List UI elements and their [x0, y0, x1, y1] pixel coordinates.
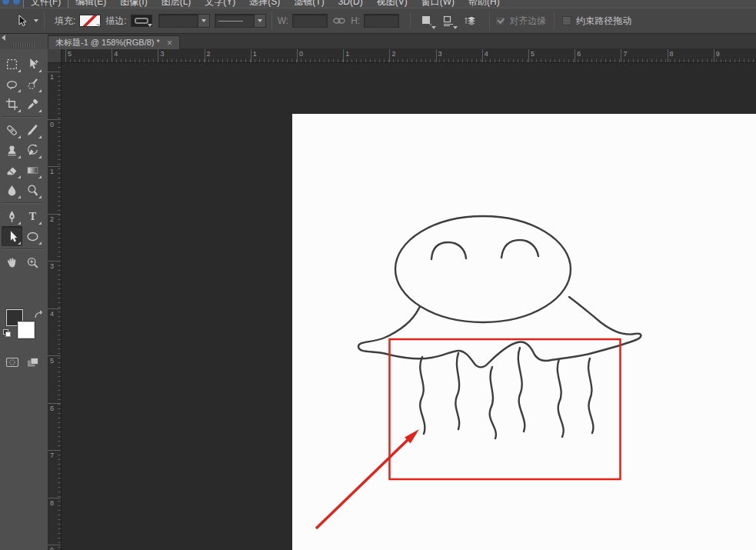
rectangular-marquee-tool[interactable] [2, 54, 22, 74]
background-color-swatch[interactable] [18, 322, 35, 338]
tool-preset-caret[interactable] [34, 19, 38, 22]
stroke-width-combo[interactable] [158, 14, 210, 28]
menu-item[interactable]: 视图(V) [370, 0, 415, 8]
eyedropper-tool[interactable] [22, 94, 43, 114]
flyout-indicator-icon [18, 175, 21, 178]
ruler-corner[interactable] [48, 49, 62, 63]
menu-item[interactable]: 3D(D) [331, 0, 370, 8]
flyout-indicator-icon [38, 222, 42, 225]
path-selection-tool[interactable] [2, 226, 22, 246]
constrain-path-checkbox[interactable] [562, 16, 571, 25]
ruler-major-tick [574, 49, 575, 63]
ruler-label: 8 [50, 499, 54, 507]
menu-item[interactable]: 文字(Y) [198, 0, 242, 8]
menu-item[interactable]: 窗口(W) [415, 0, 461, 8]
app-icon [2, 0, 10, 5]
tool-divider [2, 248, 43, 250]
path-alignment-icon[interactable] [440, 13, 457, 28]
document-canvas[interactable] [62, 63, 756, 550]
width-input[interactable] [292, 14, 328, 28]
document-title: 未标题-1 @ 158%(RGB/8) * [55, 37, 160, 48]
constrain-path-label: 约束路径拖动 [576, 15, 631, 28]
menu-item[interactable]: 编辑(E) [68, 0, 113, 8]
align-edges-option[interactable]: 对齐边缘 [495, 15, 546, 28]
move-tool[interactable] [22, 54, 43, 74]
lasso-tool[interactable] [2, 74, 22, 94]
zoom-tool[interactable] [22, 252, 43, 272]
ruler-label: 0 [50, 121, 54, 128]
stroke-type-preview [215, 14, 255, 28]
stroke-line-icon [218, 21, 243, 22]
menu-item[interactable]: 图像(I) [113, 0, 154, 8]
path-arrangement-icon[interactable] [461, 13, 481, 28]
ruler-label: 9 [50, 546, 54, 550]
vertical-ruler[interactable]: 10123456789 [48, 63, 62, 550]
ruler-major-tick [389, 49, 390, 63]
ruler-label: 3 [50, 262, 54, 270]
pasteboard[interactable] [62, 63, 756, 550]
workspace-icon [12, 0, 21, 5]
path-operations-icon[interactable] [418, 13, 435, 28]
quick-mask-button[interactable] [2, 354, 22, 371]
quick-selection-tool[interactable] [22, 74, 43, 94]
eraser-tool[interactable] [2, 160, 22, 180]
ruler-major-tick [436, 49, 437, 63]
blur-tool[interactable] [2, 180, 22, 200]
hand-tool-icon [5, 256, 18, 269]
ellipse-tool[interactable] [22, 226, 43, 246]
pen-tool[interactable] [2, 206, 22, 226]
type-tool[interactable]: T [22, 206, 43, 226]
link-dimensions-icon[interactable] [331, 13, 348, 28]
fill-swatch[interactable] [79, 15, 101, 27]
ruler-label: 9 [716, 50, 720, 58]
menu-item[interactable]: 帮助(H) [461, 0, 507, 8]
menu-item[interactable]: 图层(L) [155, 0, 198, 8]
horizontal-ruler[interactable]: 543210123456789 [62, 49, 756, 63]
constrain-path-option[interactable]: 约束路径拖动 [562, 15, 631, 28]
ruler-major-tick [528, 49, 529, 63]
ruler-major-tick [48, 214, 62, 215]
menu-item[interactable]: 文件(F) [23, 0, 68, 8]
align-edges-checkbox[interactable] [495, 16, 505, 25]
stroke-width-dropdown-button[interactable] [198, 14, 210, 28]
screen-mode-button[interactable] [22, 354, 43, 371]
tool-divider [2, 202, 43, 204]
gradient-tool[interactable] [22, 160, 43, 180]
hand-tool[interactable] [2, 252, 22, 272]
toolbar-grip[interactable] [12, 43, 35, 48]
ruler-label: 6 [50, 405, 54, 412]
default-colors-icon[interactable] [3, 329, 12, 338]
crop-tool[interactable] [2, 94, 22, 114]
ruler-label: 5 [531, 50, 535, 58]
ruler-label: 7 [623, 50, 627, 58]
ruler-major-tick [48, 498, 62, 498]
height-input[interactable] [364, 14, 399, 28]
width-label: W: [278, 15, 288, 26]
stroke-type-dropdown-button[interactable] [255, 14, 266, 28]
menu-item[interactable]: 选择(S) [242, 0, 287, 8]
path-selection-tool-icon [5, 230, 18, 243]
brush-tool[interactable] [22, 120, 43, 140]
tool-divider [2, 116, 43, 118]
stroke-swatch[interactable] [131, 15, 152, 27]
ruler-major-tick [48, 119, 62, 120]
ruler-major-tick [48, 72, 62, 72]
dodge-tool[interactable] [22, 180, 43, 200]
flyout-indicator-icon [18, 135, 21, 138]
spot-healing-brush-tool[interactable] [2, 120, 22, 140]
height-label: H: [351, 15, 360, 26]
document-tab[interactable]: 未标题-1 @ 158%(RGB/8) * × [48, 35, 180, 49]
clone-stamp-tool[interactable] [2, 140, 22, 160]
stroke-type-combo[interactable] [215, 14, 266, 28]
swap-colors-icon[interactable] [34, 308, 45, 322]
ruler-label: 2 [391, 50, 395, 58]
history-brush-tool[interactable] [22, 140, 43, 160]
ruler-major-tick [668, 49, 668, 63]
collapse-panel-icon[interactable] [2, 35, 5, 41]
tool-preset-icon[interactable] [13, 13, 30, 28]
menu-item[interactable]: 滤镜(T) [287, 0, 331, 8]
tab-close-icon[interactable]: × [167, 39, 172, 47]
ruler-label: 4 [50, 310, 54, 318]
rectangular-marquee-tool-icon [5, 58, 18, 71]
options-bar: 填充: 描边: W: H: [0, 8, 756, 34]
